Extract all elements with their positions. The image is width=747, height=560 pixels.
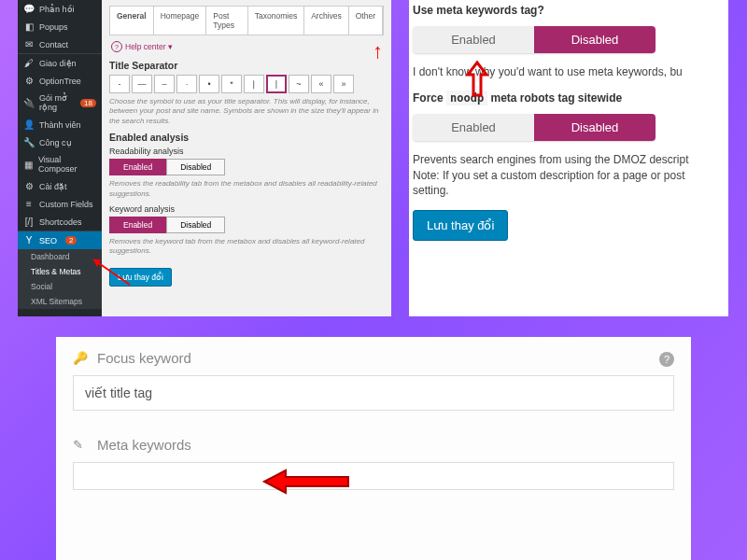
sidebar-item-visualcomposer[interactable]: ▦Visual Composer [18,151,102,177]
sidebar-item-plugins[interactable]: 🔌Gói mở rộng [18,90,102,116]
sidebar-item-popups[interactable]: ◧Popups [18,18,102,35]
mail-icon: ✉ [23,39,35,49]
sidebar-item-label: Thành viên [39,120,81,130]
sidebar-item-customfields[interactable]: ≡Custom Fields [18,195,102,213]
enabled-button[interactable]: Enabled [413,26,534,53]
separator-option[interactable]: • [199,75,219,93]
separator-option[interactable]: - [109,75,130,93]
meta-keywords-row: ✎ Meta keywords [73,437,674,453]
disabled-button[interactable]: Disabled [534,114,655,141]
meta-keywords-desc: I don't know why you'd want to use meta … [413,64,728,80]
sidebar-item-label: Contact [39,40,68,49]
separator-option[interactable]: – [154,75,175,93]
plugin-icon: 🔌 [23,98,35,108]
sidebar-sub-xml[interactable]: XML Sitemaps [18,294,102,309]
help-center-link[interactable]: Help center ▾ [109,35,384,58]
label: meta robots tag sitewide [491,91,623,105]
popup-icon: ◧ [23,21,35,32]
keyword-label: Keyword analysis [109,204,384,214]
meta-keywords-label: Meta keywords [97,437,191,453]
separator-row: - — – · • * ❘ | ~ « » [109,75,384,93]
tab-archives[interactable]: Archives [304,7,349,35]
meta-settings-panel: Use meta keywords tag? Enabled Disabled … [409,0,728,316]
list-icon: ≡ [23,199,35,209]
sidebar-sub-social[interactable]: Social [18,279,102,294]
noodp-question: Force noodp meta robots tag sitewide [413,91,728,105]
user-icon: 👤 [23,119,35,130]
noodp-desc: Prevents search engines from using the D… [413,152,728,199]
sidebar-item-label: Gói mở rộng [39,93,74,112]
sidebar-item-label: Cài đặt [39,182,67,191]
tab-other[interactable]: Other [349,7,383,35]
text: setting. [413,184,449,197]
separator-option[interactable]: « [311,75,331,93]
noodp-toggle: Enabled Disabled [413,114,655,141]
focus-keyword-panel: ? 🔑 Focus keyword ✎ Meta keywords [56,337,691,560]
pencil-icon: ✎ [73,438,90,452]
sidebar-sub-dashboard[interactable]: Dashboard [18,249,102,264]
sidebar-item-label: Phản hồi [39,5,75,14]
focus-keyword-input[interactable] [73,375,674,411]
wp-admin-panel: 💬Phản hồi ◧Popups ✉Contact 🖌Giao diện ⚙O… [18,0,391,316]
sidebar-item-users[interactable]: 👤Thành viên [18,116,102,133]
section-enabled-analysis: Enabled analysis [109,132,384,143]
key-icon: 🔑 [73,351,90,365]
separator-option[interactable]: » [333,75,354,93]
code-icon: [/] [23,217,35,227]
help-icon[interactable]: ? [659,352,674,367]
wp-sidebar: 💬Phản hồi ◧Popups ✉Contact 🖌Giao diện ⚙O… [18,0,102,316]
sidebar-item-optiontree[interactable]: ⚙OptionTree [18,72,102,90]
sidebar-item-contact[interactable]: ✉Contact [18,35,102,53]
help-center-label: Help center [125,42,165,51]
sidebar-item-label: Giao diện [39,59,77,68]
tab-taxonomies[interactable]: Taxonomies [248,7,304,35]
code-badge: noodp [446,91,487,105]
sidebar-item-label: SEO [39,236,57,245]
enabled-button[interactable]: Enabled [109,159,166,175]
disabled-button[interactable]: Disabled [534,26,655,53]
separator-option[interactable]: — [132,75,152,93]
tab-general[interactable]: General [110,7,154,35]
separator-option-selected[interactable]: | [266,75,287,93]
readability-help-text: Removes the readability tab from the met… [109,179,384,199]
meta-keywords-input[interactable] [73,462,674,490]
sidebar-item-seo[interactable]: YSEO2 [18,231,102,249]
save-button[interactable]: Lưu thay đổi [413,210,508,241]
gear-icon: ⚙ [23,76,35,86]
tab-posttypes[interactable]: Post Types [206,7,248,35]
gear-icon: ⚙ [23,181,35,191]
separator-option[interactable]: ~ [289,75,309,93]
tab-homepage[interactable]: Homepage [154,7,207,35]
sidebar-item-label: Custom Fields [39,200,93,209]
save-button[interactable]: Lưu thay đổi [109,268,172,287]
disabled-button[interactable]: Disabled [166,159,225,175]
label: Force [413,91,444,105]
sidebar-item-settings[interactable]: ⚙Cài đặt [18,177,102,195]
sidebar-item-label: Shortcodes [39,217,82,227]
sidebar-item-label: Công cụ [39,138,72,147]
separator-option[interactable]: ❘ [244,75,264,93]
sidebar-sub-titles-metas[interactable]: Titles & Metas [18,264,102,279]
keyword-help-text: Removes the keyword tab from the metabox… [109,237,384,257]
separator-option[interactable]: * [221,75,242,93]
sidebar-item-feedback[interactable]: 💬Phản hồi [18,0,102,18]
enabled-button[interactable]: Enabled [413,114,534,141]
sidebar-item-shortcodes[interactable]: [/]Shortcodes [18,213,102,231]
enabled-button[interactable]: Enabled [109,217,166,233]
sidebar-item-label: OptionTree [39,77,81,86]
keyword-toggle: Enabled Disabled [109,217,384,233]
separator-option[interactable]: · [176,75,197,93]
disabled-button[interactable]: Disabled [166,217,225,233]
readability-label: Readability analysis [109,147,384,156]
text: Note: If you set a custom description fo… [413,169,685,182]
meta-keywords-question: Use meta keywords tag? [413,4,728,17]
badge: 2 [65,236,77,245]
main-content: General Homepage Post Types Taxonomies A… [102,0,391,316]
sidebar-item-label: Visual Composer [38,155,96,174]
wrench-icon: 🔧 [23,137,35,147]
focus-keyword-row: 🔑 Focus keyword [73,350,674,366]
sidebar-item-appearance[interactable]: 🖌Giao diện [18,53,102,72]
separator-help-text: Choose the symbol to use as your title s… [109,97,384,126]
readability-toggle: Enabled Disabled [109,159,384,175]
sidebar-item-tools[interactable]: 🔧Công cụ [18,133,102,151]
